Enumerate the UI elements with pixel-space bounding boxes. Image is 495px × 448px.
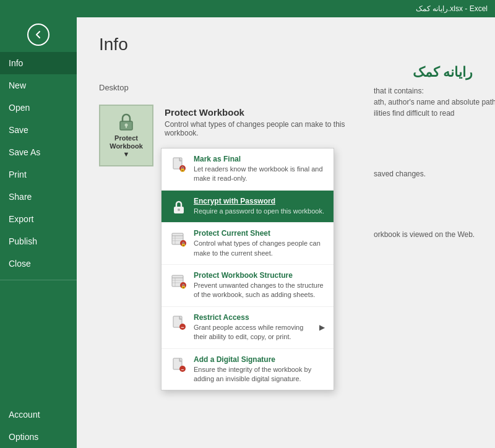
title-bar: رایانه کمک.xlsx - Excel [0,0,495,17]
encrypt-password-title: Encrypt with Password [194,197,325,205]
main-layout: Info New Open Save Save As Print Share E… [0,17,495,448]
restrict-access-title: Restrict Access [194,313,313,322]
sidebar-item-account[interactable]: Account [0,403,77,426]
info-section-1: that it contains: ath, author's name and… [374,85,495,119]
lock-icon-large [116,112,136,132]
protect-sheet-text: Protect Current Sheet Control what types… [194,229,325,258]
back-circle-icon [27,24,50,46]
menu-item-encrypt-password[interactable]: Encrypt with Password Require a password… [161,191,334,223]
info-text-1: that it contains: [374,85,495,97]
digital-signature-icon: − [170,356,187,374]
sidebar-item-publish[interactable]: Publish [0,230,77,252]
svg-text:🔒: 🔒 [179,166,186,172]
sidebar-item-save-as[interactable]: Save As [0,141,77,163]
mark-as-final-title: Mark as Final [194,155,325,163]
protect-workbook-dropdown: 🔒 Mark as Final Let readers know the wor… [161,148,334,390]
info-text-5: orkbook is viewed on the Web. [374,229,495,240]
page-title: Info [99,35,473,54]
restrict-access-desc: Grant people access while removing their… [194,323,313,342]
info-section-2: saved changes. [374,168,495,179]
sidebar-divider [0,280,77,280]
protect-sheet-desc: Control what types of changes people can… [194,239,325,258]
digital-signature-title: Add a Digital Signature [194,355,325,364]
mark-as-final-desc: Let readers know the workbook is final a… [194,165,325,184]
sidebar-item-print[interactable]: Print [0,163,77,186]
sidebar-item-close[interactable]: Close [0,252,77,275]
encrypt-password-icon [170,198,187,215]
sidebar-item-export[interactable]: Export [0,208,77,230]
sidebar-item-info[interactable]: Info [0,52,77,74]
protect-sheet-icon: 🔒 [170,230,187,248]
sidebar-item-share[interactable]: Share [0,186,77,208]
right-info-panel: that it contains: ath, author's name and… [374,85,495,252]
restrict-access-icon: − [170,314,187,332]
sidebar-item-options[interactable]: Options [0,426,77,448]
sidebar-item-open[interactable]: Open [0,97,77,119]
svg-rect-2 [126,126,127,128]
digital-signature-desc: Ensure the integrity of the workbook by … [194,365,325,384]
menu-item-digital-signature[interactable]: − Add a Digital Signature Ensure the int… [161,349,334,390]
svg-point-7 [178,209,180,211]
protect-workbook-title: Protect Workbook [165,107,375,118]
menu-item-restrict-access[interactable]: − Restrict Access Grant people access wh… [161,307,334,349]
menu-item-protect-structure[interactable]: 🔒 Protect Workbook Structure Prevent unw… [161,265,334,307]
encrypt-password-desc: Require a password to open this workbook… [194,207,325,216]
mark-as-final-icon: 🔒 [170,156,187,173]
svg-text:🔒: 🔒 [181,241,186,247]
info-text-3: ilities find difficult to read [374,108,495,119]
svg-text:−: − [181,366,184,372]
sidebar: Info New Open Save Save As Print Share E… [0,17,77,448]
sidebar-item-new[interactable]: New [0,74,77,97]
sidebar-item-save[interactable]: Save [0,119,77,141]
protect-btn-label: ProtectWorkbook ▼ [109,134,144,159]
file-title: رایانه کمک [99,64,473,80]
mark-as-final-text: Mark as Final Let readers know the workb… [194,155,325,184]
protect-structure-text: Protect Workbook Structure Prevent unwan… [194,271,325,300]
encrypt-password-text: Encrypt with Password Require a password… [194,197,325,216]
protect-workbook-button[interactable]: ProtectWorkbook ▼ [99,105,153,166]
title-text: رایانه کمک.xlsx - Excel [416,4,488,13]
protect-structure-title: Protect Workbook Structure [194,271,325,280]
info-text-4: saved changes. [374,168,495,179]
restrict-access-text: Restrict Access Grant people access whil… [194,313,313,342]
info-text-2: ath, author's name and absolute path [374,97,495,108]
digital-signature-text: Add a Digital Signature Ensure the integ… [194,355,325,384]
info-section-3: orkbook is viewed on the Web. [374,229,495,240]
back-button[interactable] [0,17,77,52]
content-area: Info رایانه کمک Desktop ProtectWorkbook … [77,17,495,448]
menu-item-protect-sheet[interactable]: 🔒 Protect Current Sheet Control what typ… [161,223,334,265]
restrict-access-arrow: ▶ [319,323,325,332]
menu-item-mark-as-final[interactable]: 🔒 Mark as Final Let readers know the wor… [161,149,334,191]
protect-sheet-title: Protect Current Sheet [194,229,325,238]
protect-structure-desc: Prevent unwanted changes to the structur… [194,281,325,300]
protect-workbook-desc: Control what types of changes people can… [165,120,375,137]
protect-info: Protect Workbook Control what types of c… [165,105,375,137]
svg-text:−: − [181,324,184,330]
sidebar-bottom: Account Options [0,403,77,448]
protect-structure-icon: 🔒 [170,272,187,290]
svg-text:🔒: 🔒 [181,283,186,288]
